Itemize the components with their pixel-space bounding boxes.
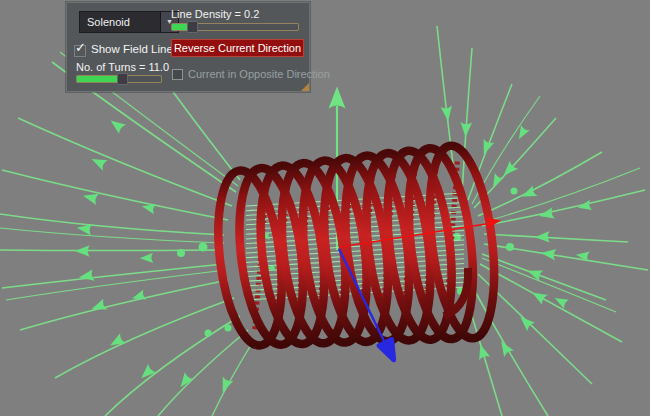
field-line bbox=[482, 258, 616, 312]
model-dropdown[interactable]: Solenoid ▼ bbox=[79, 11, 179, 33]
field-arrowhead bbox=[75, 245, 90, 257]
field-line bbox=[468, 84, 512, 200]
field-line bbox=[0, 250, 222, 251]
field-arrowhead bbox=[475, 343, 490, 361]
field-arrowhead bbox=[529, 287, 548, 304]
model-dropdown-value: Solenoid bbox=[87, 12, 130, 32]
coil-turn bbox=[420, 142, 503, 342]
line-density-label: Line Density = 0.2 bbox=[171, 8, 259, 20]
panel-resize-handle[interactable] bbox=[301, 83, 309, 91]
turns-slider-thumb[interactable] bbox=[117, 73, 128, 85]
show-field-lines-label: Show Field Lines bbox=[91, 43, 179, 55]
field-line bbox=[18, 118, 232, 206]
field-arrowhead bbox=[516, 313, 535, 332]
opposite-direction-checkbox: Current in Opposite Direction bbox=[172, 67, 330, 81]
turns-slider[interactable] bbox=[76, 75, 162, 83]
field-line bbox=[20, 280, 228, 330]
field-arrowhead bbox=[535, 231, 550, 243]
coil-turn bbox=[399, 145, 482, 343]
field-arrowhead bbox=[514, 125, 530, 142]
field-line bbox=[212, 340, 254, 416]
checkmark-icon: ✓ bbox=[74, 43, 86, 55]
show-field-lines-checkbox[interactable]: ✓ Show Field Lines bbox=[74, 41, 179, 57]
line-density-slider-thumb[interactable] bbox=[187, 21, 198, 33]
field-arrowhead bbox=[107, 333, 126, 350]
field-line bbox=[0, 214, 224, 235]
field-arrowhead bbox=[552, 294, 569, 309]
field-arrowhead bbox=[489, 173, 504, 190]
field-line bbox=[484, 234, 628, 242]
solenoid-coil bbox=[209, 142, 503, 349]
checkbox-empty-icon bbox=[172, 69, 183, 80]
field-line bbox=[480, 264, 622, 342]
field-arrowhead bbox=[78, 269, 95, 283]
line-density-slider[interactable] bbox=[171, 23, 299, 31]
checkmark-glyph: ✓ bbox=[75, 40, 86, 55]
turns-slider-fill bbox=[77, 76, 120, 82]
field-line bbox=[2, 170, 228, 220]
field-arrowhead bbox=[140, 253, 154, 264]
field-line bbox=[482, 190, 645, 226]
field-line bbox=[484, 168, 640, 222]
reverse-current-button[interactable]: Reverse Current Direction bbox=[171, 39, 304, 57]
field-arrowhead bbox=[107, 116, 126, 134]
opposite-direction-label: Current in Opposite Direction bbox=[188, 68, 330, 80]
field-arrowhead bbox=[478, 139, 494, 157]
turns-label: No. of Turns = 11.0 bbox=[76, 61, 169, 73]
field-arrowhead bbox=[540, 247, 556, 260]
field-line bbox=[0, 228, 224, 243]
control-panel: Solenoid ▼ Line Density = 0.2 ✓ Show Fie… bbox=[66, 2, 310, 92]
field-arrowhead bbox=[519, 185, 537, 201]
field-arrowhead bbox=[441, 106, 454, 122]
field-arrowhead bbox=[460, 122, 472, 138]
